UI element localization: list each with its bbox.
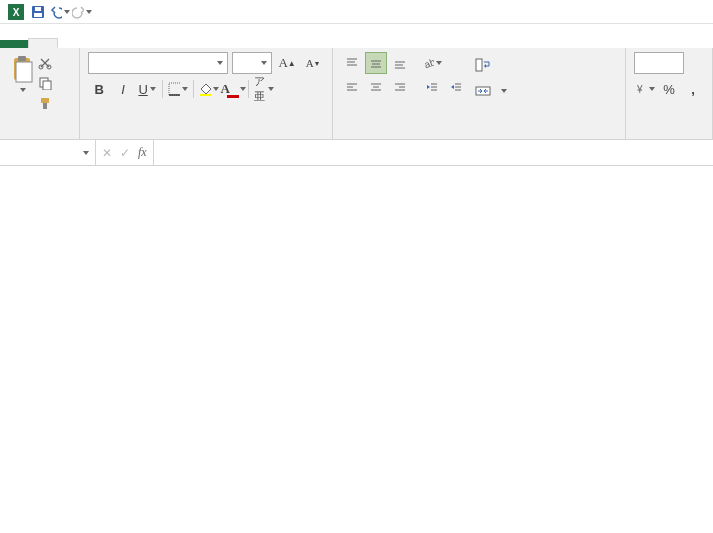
number-format-select[interactable] [634,52,684,74]
svg-rect-11 [43,81,51,90]
phonetic-button[interactable]: ア亜 [253,78,275,100]
ribbon-tabs [0,24,713,48]
decrease-font-icon[interactable]: A▼ [302,52,324,74]
underline-button[interactable]: U [136,78,158,100]
align-center-icon[interactable] [365,76,387,98]
increase-font-icon[interactable]: A▲ [276,52,298,74]
font-color-button[interactable]: A [222,78,244,100]
svg-rect-16 [200,94,211,96]
format-painter-icon[interactable] [36,94,54,112]
increase-indent-icon[interactable] [445,76,467,98]
bold-button[interactable]: B [88,78,110,100]
svg-rect-14 [169,83,180,95]
svg-rect-7 [18,56,26,61]
name-box[interactable] [0,140,96,165]
align-right-icon[interactable] [389,76,411,98]
font-size-select[interactable] [232,52,272,74]
tab-review[interactable] [170,40,198,48]
cut-icon[interactable] [36,54,54,72]
undo-icon[interactable] [50,2,70,22]
comma-format-icon[interactable]: , [682,78,704,100]
merge-icon [475,83,491,99]
orientation-icon[interactable]: ab [421,52,443,74]
merge-center-button[interactable] [475,80,507,102]
svg-text:¥: ¥ [636,84,643,95]
quick-access-toolbar: X [0,0,713,24]
percent-format-icon[interactable]: % [658,78,680,100]
enter-formula-icon[interactable]: ✓ [120,146,130,160]
tab-insert[interactable] [58,40,86,48]
tab-home[interactable] [28,38,58,48]
italic-button[interactable]: I [112,78,134,100]
save-icon[interactable] [28,2,48,22]
svg-rect-6 [16,62,32,82]
tab-formulas[interactable] [114,40,142,48]
tab-file[interactable] [0,40,28,48]
borders-button[interactable] [167,78,189,100]
excel-icon[interactable]: X [6,2,26,22]
formula-bar: ✕ ✓ fx [0,140,713,166]
fill-color-button[interactable] [198,78,220,100]
wrap-text-button[interactable] [475,54,507,76]
tab-data[interactable] [142,40,170,48]
svg-rect-42 [476,59,482,71]
wrap-text-icon [475,57,491,73]
svg-rect-3 [34,13,42,17]
svg-text:X: X [13,7,20,18]
copy-icon[interactable] [36,74,54,92]
accounting-format-icon[interactable]: ¥ [634,78,656,100]
align-top-icon[interactable] [341,52,363,74]
align-bottom-icon[interactable] [389,52,411,74]
align-left-icon[interactable] [341,76,363,98]
decrease-indent-icon[interactable] [421,76,443,98]
ribbon: A▲ A▼ B I U A ア亜 [0,48,713,140]
paste-button[interactable] [8,52,36,112]
align-middle-icon[interactable] [365,52,387,74]
redo-icon[interactable] [72,2,92,22]
svg-text:ab: ab [423,56,434,70]
svg-rect-13 [43,103,47,109]
formula-input[interactable] [154,140,713,165]
fx-icon[interactable]: fx [138,145,147,160]
cancel-formula-icon[interactable]: ✕ [102,146,112,160]
font-name-select[interactable] [88,52,228,74]
tab-pagelayout[interactable] [86,40,114,48]
svg-rect-12 [41,98,49,103]
svg-rect-4 [35,7,41,11]
tab-view[interactable] [198,40,226,48]
